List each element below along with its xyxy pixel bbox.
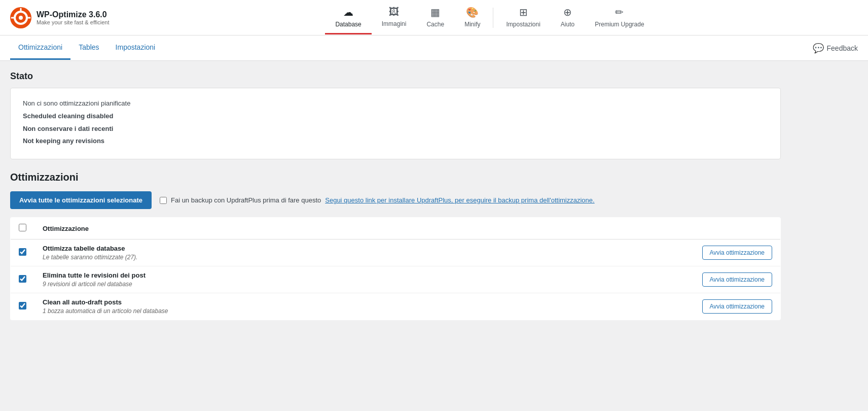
header-checkbox[interactable] (19, 224, 26, 231)
minify-icon: 🎨 (466, 6, 479, 18)
feedback-button[interactable]: 💬 Feedback (813, 43, 858, 54)
nav-tab-immagini[interactable]: 🖼 Immagini (372, 1, 417, 34)
header-action-col (690, 218, 781, 239)
nav-tab-database-label: Database (335, 21, 361, 28)
opt-name-ottimizza-tabelle: Ottimizza tabelle database (43, 245, 681, 252)
nav-divider (493, 8, 493, 28)
nav-tab-premium[interactable]: ✏ Premium Upgrade (585, 1, 654, 35)
nav-tab-database[interactable]: ☁ Database (325, 1, 371, 35)
header-opt-col: Ottimizzazione (34, 218, 690, 239)
logo-text-block: WP-Optimize 3.6.0 Make your site fast & … (37, 10, 109, 25)
header: WP-Optimize 3.6.0 Make your site fast & … (0, 0, 868, 36)
row-check-col-1 (11, 266, 35, 293)
row-checkbox-clean-auto-draft[interactable] (19, 302, 26, 310)
logo-icon (10, 7, 31, 28)
app-title: WP-Optimize 3.6.0 (37, 10, 109, 19)
row-check-col-2 (11, 293, 35, 320)
immagini-icon: 🖼 (389, 6, 399, 18)
nav-tab-premium-label: Premium Upgrade (595, 21, 644, 28)
table-header-row: Ottimizzazione (11, 218, 781, 239)
sub-tab-impostazioni[interactable]: Impostazioni (107, 36, 164, 60)
status-line-4: Not keeping any revisions (23, 136, 768, 147)
nav-tab-cache-label: Cache (426, 21, 444, 28)
table-row: Elimina tutte le revisioni dei post 9 re… (11, 266, 781, 293)
row-checkbox-elimina-revisioni[interactable] (19, 275, 26, 283)
app-subtitle: Make your site fast & efficient (37, 19, 109, 25)
feedback-icon: 💬 (813, 43, 824, 54)
opt-desc-elimina-revisioni: 9 revisioni di articoli nel database (43, 281, 681, 288)
table-row: Clean all auto-draft posts 1 bozza autom… (11, 293, 781, 320)
nav-tab-impostazioni[interactable]: ⊞ Impostazioni (496, 1, 550, 35)
backup-link[interactable]: Segui questo link per installare Updraft… (325, 196, 594, 204)
opt-name-elimina-revisioni: Elimina tutte le revisioni dei post (43, 271, 681, 279)
cache-icon: ▦ (430, 6, 440, 18)
avvia-button-elimina-revisioni[interactable]: Avvia ottimizzazione (702, 272, 773, 287)
row-action-col-1: Avvia ottimizzazione (690, 266, 781, 293)
opt-table-body: Ottimizza tabelle database Le tabelle sa… (11, 239, 781, 320)
sub-tab-ottimizzazioni[interactable]: Ottimizzazioni (10, 36, 70, 60)
opt-desc-ottimizza-tabelle: Le tabelle saranno ottimizzate (27). (43, 254, 681, 261)
row-checkbox-ottimizza-tabelle[interactable] (19, 248, 26, 256)
opt-name-clean-auto-draft: Clean all auto-draft posts (43, 298, 681, 306)
status-line-1: Non ci sono ottimizzazioni pianificate (23, 98, 768, 109)
run-all-row: Avvia tutte le ottimizzazioni selezionat… (10, 191, 781, 209)
database-icon: ☁ (343, 6, 353, 18)
backup-row: Fai un backup con UpdraftPlus prima di f… (160, 196, 595, 204)
row-opt-col-1: Elimina tutte le revisioni dei post 9 re… (34, 266, 690, 293)
nav-tab-immagini-label: Immagini (382, 20, 407, 27)
sub-tab-tables[interactable]: Tables (70, 36, 107, 60)
header-check-col (11, 218, 35, 239)
backup-checkbox[interactable] (160, 197, 167, 204)
status-line-2: Scheduled cleaning disabled (23, 111, 768, 122)
table-row: Ottimizza tabelle database Le tabelle sa… (11, 239, 781, 266)
row-check-col-0 (11, 239, 35, 266)
svg-point-2 (19, 16, 23, 20)
status-box: Non ci sono ottimizzazioni pianificate S… (10, 88, 781, 159)
nav-tab-impostazioni-label: Impostazioni (506, 21, 540, 28)
logo-area: WP-Optimize 3.6.0 Make your site fast & … (10, 7, 122, 28)
aiuto-icon: ⊕ (563, 6, 572, 18)
run-all-button[interactable]: Avvia tutte le ottimizzazioni selezionat… (10, 191, 152, 209)
row-opt-col-2: Clean all auto-draft posts 1 bozza autom… (34, 293, 690, 320)
nav-tab-minify[interactable]: 🎨 Minify (454, 1, 490, 35)
main-content: Stato Non ci sono ottimizzazioni pianifi… (0, 61, 791, 330)
nav-tab-cache[interactable]: ▦ Cache (416, 1, 454, 35)
premium-icon: ✏ (615, 6, 624, 18)
nav-tab-minify-label: Minify (464, 21, 480, 28)
sub-tabs-bar: Ottimizzazioni Tables Impostazioni 💬 Fee… (0, 36, 868, 61)
ottimizzazioni-section: Ottimizzazioni Avvia tutte le ottimizzaz… (10, 172, 781, 320)
backup-text: Fai un backup con UpdraftPlus prima di f… (171, 196, 321, 204)
avvia-button-ottimizza-tabelle[interactable]: Avvia ottimizzazione (702, 246, 773, 260)
main-nav: ☁ Database 🖼 Immagini ▦ Cache 🎨 Minify ⊞… (122, 1, 858, 35)
feedback-label: Feedback (827, 44, 858, 52)
status-line-3: Non conservare i dati recenti (23, 124, 768, 134)
ottimizzazioni-title: Ottimizzazioni (10, 172, 781, 183)
opt-desc-clean-auto-draft: 1 bozza automatica di un articolo nel da… (43, 307, 681, 315)
avvia-button-clean-auto-draft[interactable]: Avvia ottimizzazione (702, 299, 773, 314)
nav-tab-aiuto-label: Aiuto (561, 21, 574, 28)
nav-tab-aiuto[interactable]: ⊕ Aiuto (551, 1, 585, 35)
row-action-col-0: Avvia ottimizzazione (690, 239, 781, 266)
row-opt-col-0: Ottimizza tabelle database Le tabelle sa… (34, 239, 690, 266)
impostazioni-icon: ⊞ (519, 6, 528, 18)
stato-title: Stato (10, 71, 781, 82)
optimizations-table: Ottimizzazione Ottimizza tabelle databas… (10, 217, 781, 320)
row-action-col-2: Avvia ottimizzazione (690, 293, 781, 320)
